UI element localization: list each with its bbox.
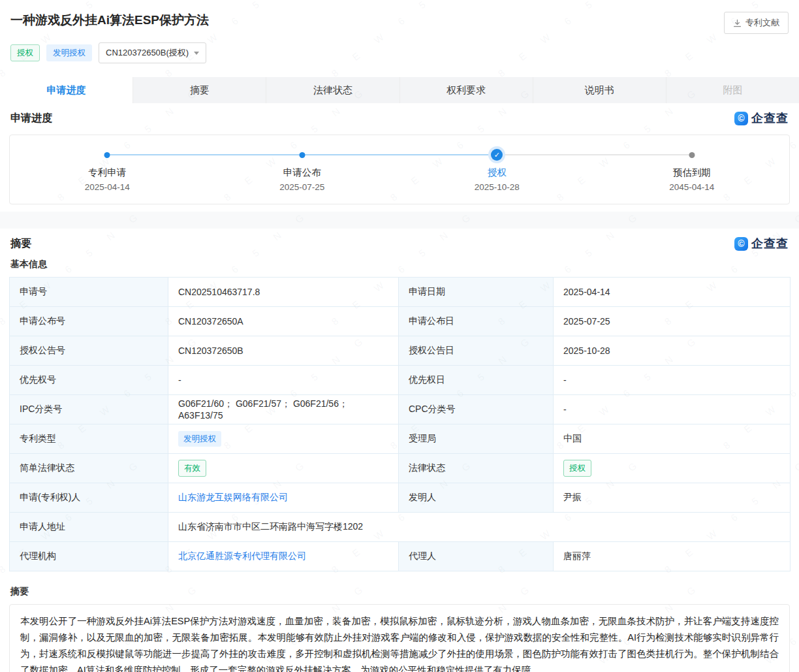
tab-legal-status[interactable]: 法律状态 — [266, 77, 400, 103]
table-label-cell: 申请公布日 — [399, 307, 554, 336]
tab-bar: 申请进度 摘要 法律状态 权利要求 说明书 附图 — [0, 77, 799, 103]
table-row: 申请号 CN202510463717.8 申请日期 2025-04-14 — [10, 278, 791, 307]
table-label-cell: 代理机构 — [10, 542, 168, 571]
table-row: 专利类型 发明授权 受理局 中国 — [10, 424, 791, 454]
download-icon — [733, 19, 742, 27]
step-date: 2025-07-25 — [205, 182, 400, 192]
step-label: 专利申请 — [10, 167, 205, 179]
table-label-cell: 申请人地址 — [10, 513, 168, 542]
step-label: 申请公布 — [205, 167, 400, 179]
table-value-cell: - — [554, 395, 791, 424]
tag-row: 授权 发明授权 CN120372650B(授权) — [10, 42, 789, 63]
table-row: 简单法律状态 有效 法律状态 授权 — [10, 454, 791, 483]
page-title: 一种游戏反外挂Ai算法ESP保护方法 — [10, 12, 209, 29]
legal-status-badge: 授权 — [563, 460, 591, 477]
table-value-cell: CN202510463717.8 — [168, 278, 399, 307]
table-label-cell: 优先权日 — [399, 366, 554, 395]
table-value-cell: 发明授权 — [168, 424, 399, 454]
patent-document-button[interactable]: 专利文献 — [724, 12, 789, 34]
qichacha-logo-text: 企查查 — [751, 110, 789, 126]
table-row: 代理机构 北京亿通胜源专利代理有限公司 代理人 唐丽萍 — [10, 542, 791, 571]
chevron-down-icon — [194, 52, 199, 55]
agency-link[interactable]: 北京亿通胜源专利代理有限公司 — [178, 551, 306, 561]
table-value-cell: 中国 — [554, 424, 791, 454]
table-value-cell: CN120372650A — [168, 307, 399, 336]
table-label-cell: 申请号 — [10, 278, 168, 307]
table-value-cell: 山东游龙互娱网络有限公司 — [168, 483, 399, 513]
patent-document-label: 专利文献 — [745, 17, 779, 29]
table-label-cell: 专利类型 — [10, 424, 168, 454]
table-label-cell: 优先权号 — [10, 366, 168, 395]
qichacha-brand: © 企查查 — [734, 236, 789, 251]
table-label-cell: 授权公告日 — [399, 336, 554, 366]
table-label-cell: CPC分类号 — [399, 395, 554, 424]
page-header: 一种游戏反外挂Ai算法ESP保护方法 专利文献 — [0, 0, 799, 34]
table-value-cell: 2025-10-28 — [554, 336, 791, 366]
table-label-cell: 受理局 — [399, 424, 554, 454]
table-label-cell: 简单法律状态 — [10, 454, 168, 483]
step-label: 授权 — [400, 167, 595, 179]
table-row: 授权公告号 CN120372650B 授权公告日 2025-10-28 — [10, 336, 791, 366]
qichacha-logo-text: 企查查 — [751, 236, 789, 251]
applicant-link[interactable]: 山东游龙互娱网络有限公司 — [178, 492, 288, 502]
timeline-step-filing: 专利申请 2025-04-14 — [10, 135, 205, 204]
table-label-cell: 申请(专利权)人 — [10, 483, 168, 513]
table-label-cell: 申请日期 — [399, 278, 554, 307]
table-label-cell: 代理人 — [399, 542, 554, 571]
table-row: 申请(专利权)人 山东游龙互娱网络有限公司 发明人 尹振 — [10, 483, 791, 513]
table-label-cell: 法律状态 — [399, 454, 554, 483]
step-label: 预估到期 — [595, 167, 790, 179]
table-value-cell: 2025-04-14 — [554, 278, 791, 307]
table-label-cell: 发明人 — [399, 483, 554, 513]
tab-description[interactable]: 说明书 — [533, 77, 666, 103]
table-label-cell: IPC分类号 — [10, 395, 168, 424]
check-circle-icon: ✓ — [491, 149, 503, 161]
table-value-cell: - — [554, 366, 791, 395]
summary-section-header: 摘要 © 企查查 — [10, 229, 789, 259]
status-badge: 授权 — [10, 44, 40, 62]
table-label-cell: 申请公布号 — [10, 307, 168, 336]
table-row: 优先权号 - 优先权日 - — [10, 366, 791, 395]
qichacha-logo-icon: © — [734, 237, 748, 251]
table-value-cell: 尹振 — [554, 483, 791, 513]
basic-info-title: 基本信息 — [10, 259, 789, 270]
version-selector-value: CN120372650B(授权) — [106, 47, 189, 59]
table-value-cell: CN120372650B — [168, 336, 399, 366]
table-value-cell: - — [168, 366, 399, 395]
tab-claims[interactable]: 权利要求 — [400, 77, 533, 103]
table-label-cell: 授权公告号 — [10, 336, 168, 366]
table-value-cell: 北京亿通胜源专利代理有限公司 — [168, 542, 399, 571]
progress-section-title: 申请进度 — [10, 112, 52, 125]
patent-type-badge: 发明授权 — [46, 44, 92, 62]
timeline-step-publication: 申请公布 2025-07-25 — [205, 135, 400, 204]
tab-abstract[interactable]: 摘要 — [133, 77, 266, 103]
abstract-title: 摘要 — [10, 586, 789, 598]
qichacha-brand: © 企查查 — [734, 110, 789, 126]
version-selector[interactable]: CN120372650B(授权) — [99, 42, 206, 63]
tab-application-progress[interactable]: 申请进度 — [0, 77, 133, 103]
step-date: 2025-04-14 — [10, 182, 205, 192]
section-divider — [0, 212, 799, 229]
table-value-cell: 2025-07-25 — [554, 307, 791, 336]
basic-info-table: 申请号 CN202510463717.8 申请日期 2025-04-14 申请公… — [9, 277, 791, 571]
qichacha-logo-icon: © — [734, 112, 748, 125]
patent-type-badge: 发明授权 — [178, 431, 221, 447]
timeline-dot-icon — [299, 152, 305, 158]
tab-figures[interactable]: 附图 — [666, 77, 799, 103]
abstract-text: 本发明公开了一种游戏反外挂Ai算法ESP保护方法对游戏速度，血量加密，装备加密，… — [9, 604, 790, 672]
table-value-cell: 唐丽萍 — [554, 542, 791, 571]
simple-legal-status-badge: 有效 — [178, 460, 206, 477]
step-date: 2045-04-14 — [595, 182, 790, 192]
table-value-cell: 山东省济南市市中区二环南路中海写字楼1202 — [168, 513, 791, 542]
table-value-cell: G06F21/60； G06F21/57； G06F21/56； A63F13/… — [168, 395, 399, 424]
application-timeline: 专利申请 2025-04-14 申请公布 2025-07-25 ✓ 授权 202… — [9, 135, 790, 204]
timeline-step-grant: ✓ 授权 2025-10-28 — [400, 135, 595, 204]
table-row: 申请公布号 CN120372650A 申请公布日 2025-07-25 — [10, 307, 791, 336]
table-value-cell: 授权 — [554, 454, 791, 483]
table-value-cell: 有效 — [168, 454, 399, 483]
step-date: 2025-10-28 — [400, 182, 595, 192]
table-row: IPC分类号 G06F21/60； G06F21/57； G06F21/56； … — [10, 395, 791, 424]
timeline-step-expiry: 预估到期 2045-04-14 — [595, 135, 790, 204]
progress-section-header: 申请进度 © 企查查 — [10, 103, 789, 133]
summary-section-title: 摘要 — [10, 237, 31, 251]
